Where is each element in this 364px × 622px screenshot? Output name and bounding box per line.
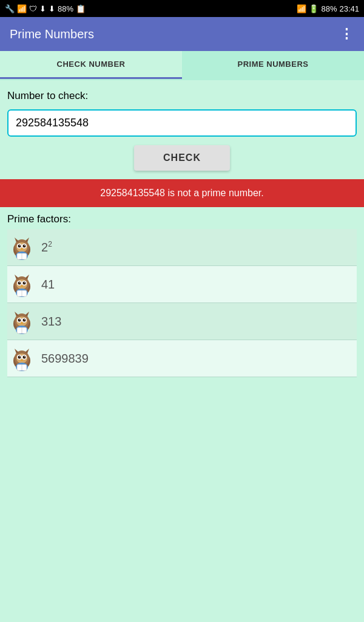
download2-icon: ⬇ (49, 4, 55, 13)
number-label: Number to check: (7, 90, 357, 102)
svg-point-38 (23, 319, 26, 322)
check-button[interactable]: CHECK (134, 145, 230, 171)
owl-icon-3 (7, 307, 36, 336)
download-icon: ⬇ (39, 4, 46, 13)
svg-point-10 (24, 245, 25, 246)
factor-row: 5699839 (7, 340, 357, 377)
owl-icon-4 (7, 344, 36, 373)
factor-value-2: 41 (41, 278, 55, 292)
notification-icon: 📋 (76, 4, 86, 13)
factors-list: 22 (7, 229, 357, 377)
app-bar: Prime Numbers ⋮ (0, 17, 364, 51)
wifi-icon: 📶 (297, 4, 306, 13)
svg-point-22 (18, 282, 21, 285)
owl-icon-2 (7, 270, 36, 299)
tabs: CHECK NUMBER PRIME NUMBERS (0, 51, 364, 80)
prime-factors-label: Prime factors: (7, 207, 357, 229)
svg-point-24 (19, 282, 21, 283)
svg-point-9 (19, 245, 21, 246)
battery-icon: 🔋 (309, 4, 318, 13)
svg-point-54 (19, 356, 21, 357)
app-title: Prime Numbers (10, 27, 94, 41)
factor-row: 41 (7, 266, 357, 303)
prime-factors-section: Prime factors: (0, 207, 364, 377)
menu-icon[interactable]: ⋮ (340, 26, 354, 42)
svg-point-8 (23, 245, 26, 248)
status-bar-right: 📶 🔋 88% 23:41 (297, 4, 359, 13)
svg-point-40 (24, 319, 25, 320)
svg-point-7 (18, 245, 21, 248)
battery-pct: 88% (321, 4, 337, 13)
owl-icon-1 (7, 233, 36, 262)
number-input[interactable] (7, 109, 357, 137)
svg-point-53 (23, 356, 26, 359)
factor-row: 22 (7, 229, 357, 266)
svg-point-52 (18, 356, 21, 359)
svg-point-23 (23, 282, 26, 285)
shield-icon: 🛡 (29, 4, 37, 13)
wrench-icon: 🔧 (5, 4, 15, 13)
svg-point-25 (24, 282, 25, 283)
battery-num: 88% (58, 4, 73, 13)
status-bar-left: 🔧 📶 🛡 ⬇ ⬇ 88% 📋 (5, 4, 86, 13)
svg-point-39 (19, 319, 21, 320)
sim-icon: 📶 (17, 4, 27, 13)
tab-check-number[interactable]: CHECK NUMBER (0, 51, 182, 79)
time-display: 23:41 (339, 4, 359, 13)
svg-point-37 (18, 319, 21, 322)
factor-value-1: 22 (41, 240, 52, 255)
empty-area (0, 377, 364, 622)
tab-prime-numbers[interactable]: PRIME NUMBERS (182, 51, 364, 79)
factor-row: 313 (7, 303, 357, 340)
main-content: Number to check: CHECK (0, 80, 364, 171)
factor-value-4: 5699839 (41, 352, 89, 366)
check-button-wrapper: CHECK (7, 145, 357, 171)
factor-value-3: 313 (41, 315, 61, 329)
svg-point-55 (24, 356, 25, 357)
result-banner: 292584135548 is not a prime number. (0, 179, 364, 207)
status-bar: 🔧 📶 🛡 ⬇ ⬇ 88% 📋 📶 🔋 88% 23:41 (0, 0, 364, 17)
